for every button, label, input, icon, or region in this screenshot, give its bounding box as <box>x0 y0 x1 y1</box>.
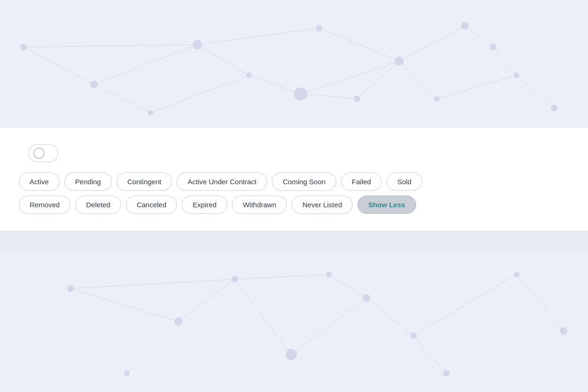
pill-removed[interactable]: Removed <box>19 196 70 214</box>
svg-line-31 <box>301 61 399 94</box>
svg-line-27 <box>399 61 437 99</box>
pills-row-2: RemovedDeletedCanceledExpiredWithdrawnNe… <box>19 196 569 214</box>
status-header <box>19 144 569 162</box>
svg-line-47 <box>235 274 329 279</box>
svg-line-53 <box>517 274 564 331</box>
svg-line-20 <box>319 28 399 61</box>
svg-line-26 <box>517 75 554 108</box>
svg-line-14 <box>23 47 94 85</box>
pill-expired[interactable]: Expired <box>182 196 227 214</box>
pill-failed[interactable]: Failed <box>341 172 382 191</box>
svg-line-17 <box>197 45 249 75</box>
svg-line-29 <box>150 75 249 113</box>
background-top <box>0 0 588 127</box>
svg-line-52 <box>413 274 517 336</box>
select-all-button[interactable] <box>28 144 58 162</box>
svg-line-46 <box>235 279 291 354</box>
toggle-circle-icon <box>33 148 45 159</box>
svg-line-22 <box>357 61 399 99</box>
mls-status-panel: ActivePendingContingentActive Under Cont… <box>0 127 588 231</box>
svg-line-44 <box>127 321 178 373</box>
pill-pending[interactable]: Pending <box>64 172 112 191</box>
svg-line-49 <box>291 298 366 354</box>
pill-sold[interactable]: Sold <box>387 172 422 191</box>
svg-line-51 <box>413 336 446 373</box>
svg-line-25 <box>493 47 517 75</box>
svg-line-19 <box>197 28 319 45</box>
svg-line-23 <box>399 26 465 61</box>
pill-deleted[interactable]: Deleted <box>75 196 121 214</box>
pill-withdrawn[interactable]: Withdrawn <box>232 196 287 214</box>
svg-line-16 <box>94 45 197 85</box>
svg-line-54 <box>70 279 235 289</box>
pill-active[interactable]: Active <box>19 172 60 191</box>
background-bottom <box>0 251 588 392</box>
pill-active-under-contract[interactable]: Active Under Contract <box>177 172 267 191</box>
show-less-button[interactable]: Show Less <box>357 196 416 214</box>
svg-line-18 <box>249 75 301 94</box>
svg-line-24 <box>465 26 493 47</box>
pill-never-listed[interactable]: Never Listed <box>292 196 353 214</box>
pill-coming-soon[interactable]: Coming Soon <box>272 172 336 191</box>
pills-row-1: ActivePendingContingentActive Under Cont… <box>19 172 569 191</box>
svg-line-21 <box>301 94 357 99</box>
pill-canceled[interactable]: Canceled <box>126 196 177 214</box>
pill-contingent[interactable]: Contingent <box>116 172 172 191</box>
svg-line-48 <box>329 274 366 298</box>
svg-line-15 <box>94 85 150 113</box>
svg-line-50 <box>366 298 413 336</box>
svg-line-45 <box>178 279 235 321</box>
svg-line-30 <box>23 45 197 47</box>
svg-line-28 <box>437 75 517 99</box>
svg-line-43 <box>70 289 178 321</box>
